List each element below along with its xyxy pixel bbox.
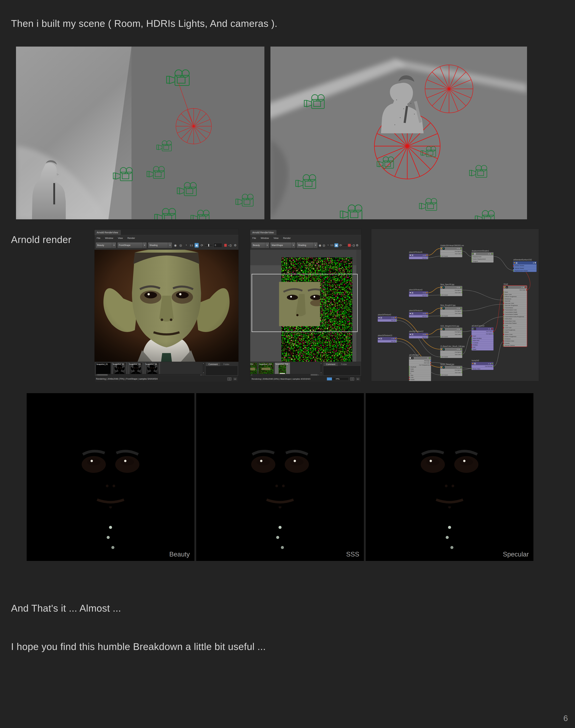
menu-render[interactable]: Render <box>283 237 291 239</box>
snapshot-item[interactable]: Snapshot_03 <box>128 363 143 375</box>
snapshot-horizontal-scrollbar[interactable]: ◄► <box>95 374 202 376</box>
tab-comment[interactable]: Comment <box>324 363 338 366</box>
pass-label: Beauty <box>169 551 190 558</box>
menu-file[interactable]: File <box>252 237 256 239</box>
status-bar: Rendering | 2048x2048 (24%) | MainShape … <box>250 376 361 382</box>
snapshot-horizontal-scrollbar[interactable]: ◄► <box>251 374 319 376</box>
menu-file[interactable]: File <box>97 237 100 239</box>
goblin-sss-illustration <box>196 393 364 561</box>
menu-view[interactable]: View <box>118 237 123 239</box>
snapshot-item[interactable]: Snapshot_02 <box>112 363 127 375</box>
window-titlebar[interactable]: Arnold RenderView <box>95 229 238 235</box>
isolate-icon[interactable]: ◉ <box>318 243 322 248</box>
comment-input[interactable] <box>324 366 360 375</box>
menu-render[interactable]: Render <box>127 237 135 239</box>
noisy-render-illustration <box>250 250 361 362</box>
comment-pane: Comment Folder <box>205 362 238 376</box>
speaker-icon[interactable]: ◁) <box>228 243 232 248</box>
record-icon[interactable] <box>224 244 227 247</box>
tab-folder[interactable]: Folder <box>338 363 349 366</box>
pass-beauty: Beauty <box>27 393 194 561</box>
viewport-scene-side <box>16 46 264 219</box>
snapshot-strip: ot_252 Snapshot_253 Snapshot_254 ▲▼ ◄► C… <box>250 362 361 376</box>
gear-icon[interactable]: ⚙ <box>233 243 237 248</box>
window-title: Arnold RenderView <box>95 230 121 235</box>
snapshot-list: Snapshot_01 Snapshot_02 Snapshot_03 Snap… <box>95 362 205 376</box>
pass-label: Specular <box>503 551 529 558</box>
toolbar: Beauty▼ FrontShape▼ Shading▼ ◉ ◎ ◔ 1:1 ▣… <box>95 241 238 250</box>
viewport-scene-top <box>270 46 527 219</box>
heading-almost: And That's it ... Almost ... <box>11 602 121 614</box>
heading-arnold-render: Arnold render <box>11 234 71 245</box>
alpha-icon[interactable]: ◔ <box>184 243 188 248</box>
status-bar: Rendering | 2048x2048 (70%) | FrontShape… <box>95 376 238 382</box>
collapse-chevron-icon[interactable]: ∧ <box>356 377 360 380</box>
snapshot-strip: Snapshot_01 Snapshot_02 Snapshot_03 Snap… <box>95 362 238 376</box>
tab-folder[interactable]: Folder <box>221 363 232 366</box>
refresh-icon[interactable]: ⟳ <box>200 243 204 248</box>
menu-window[interactable]: Window <box>105 237 113 239</box>
speaker-icon[interactable]: ◁) <box>351 243 355 248</box>
exposure-slider[interactable] <box>343 245 347 245</box>
chevron-down-icon: ▼ <box>168 242 172 248</box>
isolate-icon[interactable]: ◉ <box>173 243 177 248</box>
snapshot-vertical-scrollbar[interactable]: ▲▼ <box>203 363 204 374</box>
menubar: File Window View Render <box>250 235 361 241</box>
rgb-channels-icon[interactable]: ◎ <box>322 243 326 248</box>
snapshot-item[interactable]: Snapshot_254 <box>275 363 290 375</box>
viewport-top-illustration <box>270 46 527 219</box>
tab-comment[interactable]: Comment <box>206 363 220 366</box>
exposure-slider[interactable] <box>205 245 212 245</box>
render-status: Rendering | 2048x2048 (24%) | MainShape … <box>251 378 325 380</box>
comment-input[interactable] <box>206 366 237 375</box>
snapshot-camera-icon[interactable] <box>228 377 231 380</box>
region-render-icon[interactable]: ▣ <box>195 243 199 247</box>
record-icon[interactable] <box>348 244 351 247</box>
viewport-side-illustration <box>16 46 264 219</box>
snapshot-item[interactable]: Snapshot_253 <box>258 363 274 375</box>
pass-label: SSS <box>346 551 359 558</box>
rgb-channels-icon[interactable]: ◎ <box>178 243 183 248</box>
collapse-chevron-icon[interactable]: ∧ <box>233 377 237 380</box>
page-number: 6 <box>563 714 568 723</box>
snapshot-item[interactable]: Snapshot_04 <box>145 363 160 375</box>
snapshot-vertical-scrollbar[interactable]: ▲▼ <box>320 363 322 374</box>
hypershade-node-graph: place2dTexture5 ✛⊙ ≣ Out UV place2dTextu… <box>371 229 539 381</box>
zoom-ratio[interactable]: 1:1 <box>330 243 334 248</box>
render-progress-bar: ٢٣% <box>327 377 348 380</box>
camera-dropdown[interactable]: MainShape▼ <box>270 242 296 248</box>
menu-view[interactable]: View <box>273 237 278 239</box>
render-image-progress <box>250 250 361 362</box>
exposure-value[interactable]: 0 <box>213 243 222 247</box>
snapshot-camera-icon[interactable] <box>350 377 354 380</box>
aov-dropdown[interactable]: Beauty▼ <box>251 242 269 248</box>
heading-scene: Then i built my scene ( Room, HDRIs Ligh… <box>11 18 277 29</box>
aov-dropdown[interactable]: Beauty▼ <box>96 242 116 248</box>
display-mode-dropdown[interactable]: Shading▼ <box>148 242 172 248</box>
menu-window[interactable]: Window <box>261 237 269 239</box>
render-image-front <box>95 250 238 362</box>
refresh-icon[interactable]: ⟳ <box>339 243 342 248</box>
goblin-specular-illustration <box>366 393 533 561</box>
gear-icon[interactable]: ⚙ <box>356 243 359 248</box>
chevron-down-icon: ▼ <box>292 242 296 248</box>
goblin-beauty-illustration <box>27 393 194 561</box>
chevron-down-icon: ▼ <box>112 242 116 248</box>
chevron-down-icon: ▼ <box>142 242 146 248</box>
arnold-renderview-window-1: Arnold RenderView File Window View Rende… <box>95 229 238 381</box>
toolbar: Beauty▼ MainShape▼ Shading▼ ◉ ◎ ◔ 1:1 ▣ … <box>250 241 361 250</box>
snapshot-item[interactable]: Snapshot_01 <box>96 363 111 375</box>
snapshot-item[interactable]: ot_252 <box>250 363 257 375</box>
window-titlebar[interactable]: Arnold RenderView <box>250 229 361 235</box>
breakdown-page: Then i built my scene ( Room, HDRIs Ligh… <box>0 0 575 728</box>
progress-percent: ٢٣% <box>327 377 348 380</box>
zoom-ratio[interactable]: 1:1 <box>189 243 194 248</box>
window-title: Arnold RenderView <box>250 230 276 235</box>
region-render-icon[interactable]: ▣ <box>334 243 338 247</box>
display-mode-dropdown[interactable]: Shading▼ <box>296 242 318 248</box>
alpha-icon[interactable]: ◔ <box>326 243 330 248</box>
pass-sss: SSS <box>196 393 364 561</box>
pass-specular: Specular <box>366 393 533 561</box>
camera-dropdown[interactable]: FrontShape▼ <box>117 242 147 248</box>
heading-hope: I hope you find this humble Breakdown a … <box>11 641 266 652</box>
